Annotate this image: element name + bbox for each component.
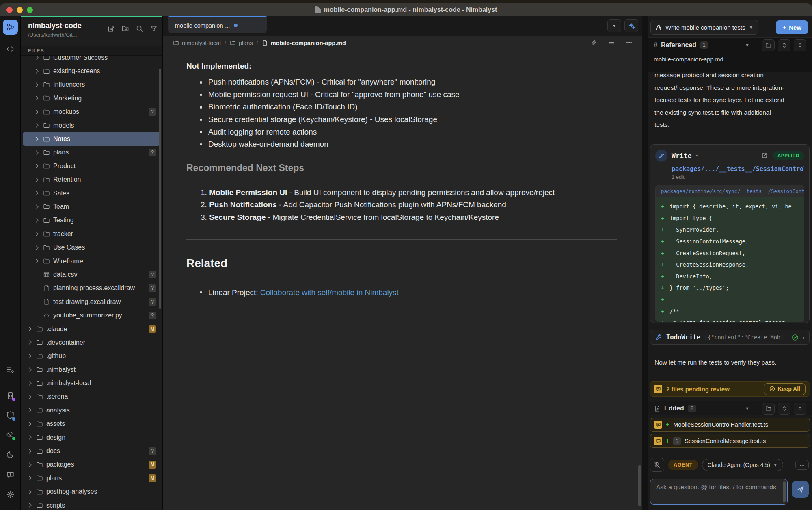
new-note-icon[interactable]	[107, 25, 115, 34]
theme-moon-icon[interactable]	[3, 447, 18, 462]
tree-item-claude[interactable]: .claudeM	[23, 322, 160, 336]
collapse-all-button[interactable]	[794, 39, 806, 51]
zoom-button[interactable]	[27, 7, 33, 13]
todowrite-tool-row[interactable]: TodoWrite [{"content":"Create Mobi… ›	[650, 330, 810, 345]
chat-input[interactable]: Ask a question. @ for files. / for comma…	[650, 479, 788, 505]
edited-file-sessioncontrolmessage-test-ts[interactable]: +?SessionControlMessage.test.ts	[650, 434, 810, 448]
folder-icon	[43, 258, 50, 265]
model-selector[interactable]: Claude Agent (Opus 4.5) ▼	[702, 459, 783, 471]
tree-item-influencers[interactable]: Influencers	[23, 78, 160, 91]
tree-item-scripts[interactable]: scripts	[23, 499, 160, 510]
new-folder-icon[interactable]	[121, 25, 129, 34]
tree-item-tracker[interactable]: tracker	[23, 227, 160, 241]
tree-item-github[interactable]: .github	[23, 349, 160, 363]
edited-count-badge: 2	[688, 405, 696, 412]
tree-item-docs[interactable]: docs?	[23, 444, 160, 458]
tree-item-planning-process-excalidraw[interactable]: planning process.excalidraw?	[23, 282, 160, 295]
mic-off-button[interactable]	[650, 458, 664, 472]
chevron-down-icon[interactable]: ▼	[745, 406, 749, 411]
tab-list-dropdown-button[interactable]: ▼	[607, 19, 621, 32]
editor-scrollbar[interactable]	[638, 465, 641, 506]
reveal-in-folder-button[interactable]	[762, 403, 775, 415]
tree-item-data-csv[interactable]: data.csv?	[23, 268, 160, 281]
chevron-right-icon	[27, 339, 33, 345]
input-scrollbar[interactable]	[783, 481, 786, 502]
tree-item-plans[interactable]: plans?	[23, 146, 160, 159]
app-logo-icon[interactable]	[3, 20, 18, 35]
tab-mobile-companion[interactable]: mobile-companion-...	[168, 16, 267, 33]
related-list-item: Linear Project: Collaborate with self/mo…	[186, 288, 617, 297]
tree-item-marketing[interactable]: Marketing	[23, 91, 160, 105]
expand-all-button[interactable]	[778, 39, 790, 51]
edited-file-mobilesessioncontrolhandler-test-ts[interactable]: +MobileSessionControlHandler.test.ts	[650, 418, 810, 432]
tree-item-label: assets	[46, 420, 65, 428]
send-button[interactable]	[792, 481, 809, 498]
tree-item-youtube-summarizer-py[interactable]: youtube_summarizer.py?	[23, 308, 160, 322]
breadcrumb-folder[interactable]: nimbalyst-local	[173, 40, 221, 46]
folder-icon	[36, 434, 43, 441]
tree-item-devcontainer[interactable]: .devcontainer	[23, 336, 160, 349]
lightning-icon[interactable]	[591, 39, 598, 47]
close-button[interactable]	[6, 7, 13, 13]
notes-edit-icon[interactable]	[3, 362, 18, 378]
tree-item-models[interactable]: models	[23, 119, 160, 132]
tree-item-design[interactable]: design	[23, 431, 160, 444]
tree-item-notes[interactable]: Notes	[23, 132, 160, 145]
tree-item-plans[interactable]: plansM	[23, 471, 160, 485]
tree-item-nimbalyst-local[interactable]: .nimbalyst-local	[23, 376, 160, 390]
shield-icon[interactable]	[3, 408, 18, 423]
mobile-device-icon[interactable]	[3, 388, 18, 403]
app-window: mobile-companion-app.md - nimbalyst-code…	[0, 3, 812, 510]
tree-item-sales[interactable]: Sales	[23, 187, 160, 200]
collapse-all-button[interactable]	[794, 403, 806, 415]
tree-item-nimbalyst[interactable]: .nimbalyst	[23, 363, 160, 376]
message-line: the existing sync.test.ts file with addi…	[654, 106, 806, 119]
tree-item-wireframe[interactable]: Wireframe	[23, 254, 160, 268]
tree-item-serena[interactable]: .serena	[23, 390, 160, 404]
tree-item-testing[interactable]: Testing	[23, 214, 160, 227]
linear-project-link[interactable]: Collaborate with self/mobile in Nimbalys…	[260, 288, 399, 297]
feedback-icon[interactable]	[3, 467, 18, 482]
chevron-right-icon	[34, 190, 40, 196]
tree-item-team[interactable]: Team	[23, 200, 160, 213]
filter-icon[interactable]	[150, 25, 158, 34]
write-tool-card[interactable]: Write APPLIED packages/.../__tests__/Ses…	[650, 144, 810, 323]
folder-icon	[43, 122, 50, 129]
settings-gear-icon[interactable]	[3, 487, 18, 502]
minimize-button[interactable]	[17, 7, 23, 13]
tree-item-mockups[interactable]: mockups?	[23, 105, 160, 119]
reveal-in-folder-button[interactable]	[762, 39, 775, 51]
code-explorer-icon[interactable]	[3, 41, 18, 56]
more-options-icon[interactable]	[626, 39, 633, 47]
tree-item-packages[interactable]: packagesM	[23, 458, 160, 471]
tree-item-use-cases[interactable]: Use Cases	[23, 241, 160, 254]
tree-item-customer-success[interactable]: Customer Success	[23, 56, 160, 64]
tree-item-retention[interactable]: Retention	[23, 173, 160, 187]
ai-sparkle-button[interactable]	[624, 19, 638, 32]
expand-all-button[interactable]	[778, 403, 790, 415]
tree-item-assets[interactable]: assets	[23, 417, 160, 431]
external-link-icon[interactable]	[761, 152, 768, 159]
write-file-path[interactable]: packages/.../__tests__/SessionControl	[672, 165, 804, 173]
more-options-button[interactable]: --	[795, 460, 809, 470]
outline-menu-icon[interactable]	[608, 39, 615, 47]
session-selector[interactable]: Write mobile companion tests ▼	[650, 20, 758, 35]
sidebar-scrollbar[interactable]	[159, 69, 161, 309]
agent-mode-badge[interactable]: AGENT	[668, 460, 698, 470]
tree-item-existing-screens[interactable]: existing-screens	[23, 64, 160, 78]
breadcrumb-file[interactable]: mobile-companion-app.md	[262, 40, 346, 46]
tree-item-test-drawing-excalidraw[interactable]: test drawing.excalidraw?	[23, 295, 160, 308]
tree-item-analysis[interactable]: analysis	[23, 404, 160, 417]
tree-item-label: Notes	[53, 135, 70, 143]
edited-section: Edited 2 ▼	[648, 401, 812, 415]
search-icon[interactable]	[136, 25, 143, 34]
tree-item-product[interactable]: Product	[23, 159, 160, 173]
diff-file-header[interactable]: packages/runtime/src/sync/__tests__/Sess…	[656, 185, 804, 197]
tree-item-posthog-analyses[interactable]: posthog-analyses	[23, 485, 160, 499]
new-session-button[interactable]: +New	[776, 20, 808, 34]
chevron-down-icon[interactable]: ▼	[745, 43, 749, 48]
cloud-sync-icon[interactable]	[3, 427, 18, 442]
referenced-file[interactable]: mobile-companion-app.md	[648, 52, 812, 66]
breadcrumb-folder[interactable]: plans	[230, 40, 253, 46]
keep-all-button[interactable]: Keep All	[764, 383, 806, 395]
